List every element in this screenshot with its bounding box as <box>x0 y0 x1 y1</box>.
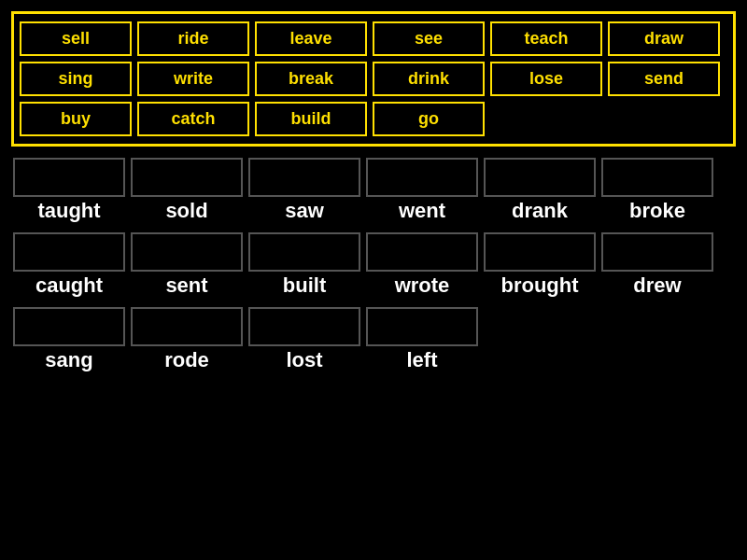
drop-wrote[interactable] <box>366 232 478 272</box>
verb-row-1: sell ride leave see teach draw <box>20 21 727 56</box>
label-taught: taught <box>13 199 125 223</box>
label-broke: broke <box>601 199 713 223</box>
verb-send[interactable]: send <box>608 62 720 96</box>
label-saw: saw <box>248 199 360 223</box>
verb-row-2: sing write break drink lose send <box>20 62 727 96</box>
drop-sang[interactable] <box>13 307 125 346</box>
verb-break[interactable]: break <box>255 62 367 96</box>
drop-row-1 <box>13 158 734 197</box>
verb-drink[interactable]: drink <box>373 62 485 96</box>
verb-build[interactable]: build <box>255 102 367 136</box>
verb-see[interactable]: see <box>373 21 485 56</box>
label-built: built <box>248 273 360 298</box>
verb-sell[interactable]: sell <box>20 21 132 56</box>
drop-sold[interactable] <box>131 158 243 197</box>
drop-taught[interactable] <box>13 158 125 197</box>
drop-went[interactable] <box>366 158 478 197</box>
verb-buy[interactable]: buy <box>20 102 132 136</box>
drop-broke[interactable] <box>601 158 713 197</box>
verb-lose[interactable]: lose <box>490 62 602 96</box>
verb-teach[interactable]: teach <box>490 21 602 56</box>
verbs-container: sell ride leave see teach draw sing writ… <box>11 11 736 147</box>
drop-brought[interactable] <box>484 232 596 272</box>
drop-sent[interactable] <box>131 232 243 272</box>
label-sold: sold <box>131 199 243 223</box>
verb-sing[interactable]: sing <box>20 62 132 96</box>
past-tense-section: taught sold saw went drank broke caught … <box>13 158 734 382</box>
drop-built[interactable] <box>248 232 360 272</box>
drop-caught[interactable] <box>13 232 125 272</box>
drop-lost[interactable] <box>248 307 360 346</box>
label-rode: rode <box>131 348 243 372</box>
label-brought: brought <box>484 273 596 298</box>
drop-drank[interactable] <box>484 158 596 197</box>
verb-ride[interactable]: ride <box>137 21 249 56</box>
verb-write[interactable]: write <box>137 62 249 96</box>
label-left: left <box>366 348 478 372</box>
verb-go[interactable]: go <box>373 102 485 136</box>
verb-catch[interactable]: catch <box>137 102 249 136</box>
label-sent: sent <box>131 273 243 298</box>
label-wrote: wrote <box>366 273 478 298</box>
label-drew: drew <box>601 273 713 298</box>
label-row-1: taught sold saw went drank broke <box>13 199 734 223</box>
verb-row-3: buy catch build go <box>20 102 727 136</box>
label-lost: lost <box>248 348 360 372</box>
verb-leave[interactable]: leave <box>255 21 367 56</box>
drop-rode[interactable] <box>131 307 243 346</box>
label-drank: drank <box>484 199 596 223</box>
drop-row-3 <box>13 307 734 346</box>
label-row-3: sang rode lost left <box>13 348 734 372</box>
drop-saw[interactable] <box>248 158 360 197</box>
drop-drew[interactable] <box>601 232 713 272</box>
label-row-2: caught sent built wrote brought drew <box>13 273 734 298</box>
label-sang: sang <box>13 348 125 372</box>
verb-draw[interactable]: draw <box>608 21 720 56</box>
drop-left[interactable] <box>366 307 478 346</box>
label-caught: caught <box>13 273 125 298</box>
drop-row-2 <box>13 232 734 272</box>
label-went: went <box>366 199 478 223</box>
